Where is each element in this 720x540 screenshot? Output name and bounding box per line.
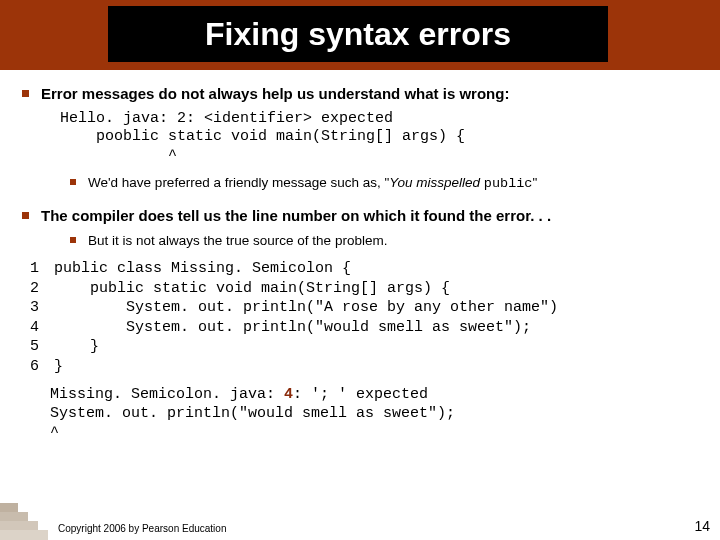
- square-bullet-icon: [22, 212, 29, 219]
- line-number: 1: [30, 259, 54, 279]
- square-bullet-icon: [70, 179, 76, 185]
- line-number: 4: [30, 318, 54, 338]
- steps-decoration-icon: [0, 502, 48, 540]
- bullet-2: The compiler does tell us the line numbe…: [22, 206, 700, 226]
- err-line1a: Missing. Semicolon. java:: [50, 386, 275, 403]
- line-number: 5: [30, 337, 54, 357]
- code-line: 6}: [30, 357, 700, 377]
- code-line: 1public class Missing. Semicolon {: [30, 259, 700, 279]
- line-number: 2: [30, 279, 54, 299]
- slide-title: Fixing syntax errors: [205, 16, 511, 53]
- err-line1c: : '; ' expected: [293, 386, 428, 403]
- err-line1-highlight: 4: [275, 386, 293, 403]
- title-bar: Fixing syntax errors: [0, 0, 720, 70]
- sub-text-post: ": [532, 175, 537, 190]
- bullet-1: Error messages do not always help us und…: [22, 84, 700, 104]
- page-number: 14: [694, 518, 710, 534]
- bullet-2-sub-text: But it is not always the true source of …: [88, 232, 700, 250]
- bullet-2-text: The compiler does tell us the line numbe…: [41, 206, 700, 226]
- numbered-code-block: 1public class Missing. Semicolon { 2 pub…: [30, 259, 700, 376]
- line-number: 6: [30, 357, 54, 377]
- copyright-text: Copyright 2006 by Pearson Education: [58, 523, 226, 534]
- code-line: 3 System. out. println("A rose by any ot…: [30, 298, 700, 318]
- sub-text-pre: We'd have preferred a friendly message s…: [88, 175, 389, 190]
- square-bullet-icon: [22, 90, 29, 97]
- code-text: public static void main(String[] args) {: [54, 279, 700, 299]
- code-text: System. out. println("A rose by any othe…: [54, 298, 700, 318]
- code-text: }: [54, 357, 700, 377]
- code-line: 2 public static void main(String[] args)…: [30, 279, 700, 299]
- line-number: 3: [30, 298, 54, 318]
- code-text: System. out. println("would smell as swe…: [54, 318, 700, 338]
- code-text: }: [54, 337, 700, 357]
- sub-text-mono: public: [484, 176, 533, 191]
- code-block-1: Hello. java: 2: <identifier> expected po…: [60, 110, 700, 166]
- square-bullet-icon: [70, 237, 76, 243]
- code-line: 4 System. out. println("would smell as s…: [30, 318, 700, 338]
- bullet-1-text: Error messages do not always help us und…: [41, 84, 700, 104]
- bullet-2-sub: But it is not always the true source of …: [70, 232, 700, 250]
- title-box: Fixing syntax errors: [108, 6, 608, 62]
- code-line: 5 }: [30, 337, 700, 357]
- bullet-1-sub: We'd have preferred a friendly message s…: [70, 174, 700, 193]
- error-output-block: Missing. Semicolon. java: 4: '; ' expect…: [50, 386, 700, 442]
- err-line3: ^: [50, 424, 59, 441]
- sub-text-italic: You misspelled: [389, 175, 484, 190]
- bullet-1-sub-text: We'd have preferred a friendly message s…: [88, 174, 700, 193]
- code-text: public class Missing. Semicolon {: [54, 259, 700, 279]
- footer: Copyright 2006 by Pearson Education 14: [0, 514, 720, 540]
- content-area: Error messages do not always help us und…: [0, 70, 720, 443]
- err-line2: System. out. println("would smell as swe…: [50, 405, 455, 422]
